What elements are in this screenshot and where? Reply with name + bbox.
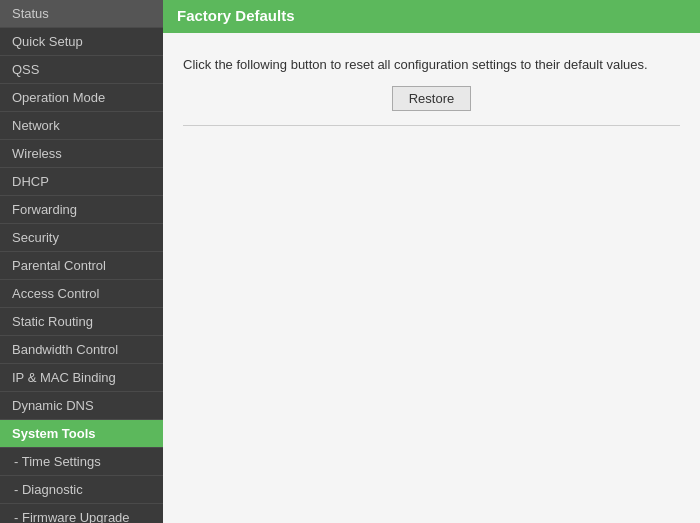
sidebar-item-operation-mode[interactable]: Operation Mode bbox=[0, 84, 163, 112]
description-text: Click the following button to reset all … bbox=[183, 57, 680, 72]
bottom-divider bbox=[183, 125, 680, 126]
sidebar: StatusQuick SetupQSSOperation ModeNetwor… bbox=[0, 0, 163, 523]
sidebar-item-status[interactable]: Status bbox=[0, 0, 163, 28]
sidebar-item-diagnostic[interactable]: - Diagnostic bbox=[0, 476, 163, 504]
sidebar-item-firmware-upgrade[interactable]: - Firmware Upgrade bbox=[0, 504, 163, 523]
sidebar-item-security[interactable]: Security bbox=[0, 224, 163, 252]
main-content: Factory Defaults Click the following but… bbox=[163, 0, 700, 523]
sidebar-item-bandwidth-control[interactable]: Bandwidth Control bbox=[0, 336, 163, 364]
restore-button[interactable]: Restore bbox=[392, 86, 472, 111]
sidebar-item-dynamic-dns[interactable]: Dynamic DNS bbox=[0, 392, 163, 420]
page-title: Factory Defaults bbox=[163, 0, 700, 31]
content-area: Click the following button to reset all … bbox=[163, 43, 700, 140]
sidebar-item-network[interactable]: Network bbox=[0, 112, 163, 140]
sidebar-item-qss[interactable]: QSS bbox=[0, 56, 163, 84]
sidebar-item-wireless[interactable]: Wireless bbox=[0, 140, 163, 168]
sidebar-item-forwarding[interactable]: Forwarding bbox=[0, 196, 163, 224]
top-divider bbox=[163, 31, 700, 33]
sidebar-item-system-tools[interactable]: System Tools bbox=[0, 420, 163, 448]
sidebar-item-access-control[interactable]: Access Control bbox=[0, 280, 163, 308]
sidebar-item-dhcp[interactable]: DHCP bbox=[0, 168, 163, 196]
sidebar-item-static-routing[interactable]: Static Routing bbox=[0, 308, 163, 336]
sidebar-item-time-settings[interactable]: - Time Settings bbox=[0, 448, 163, 476]
sidebar-item-quick-setup[interactable]: Quick Setup bbox=[0, 28, 163, 56]
sidebar-item-parental-control[interactable]: Parental Control bbox=[0, 252, 163, 280]
sidebar-item-ip-mac-binding[interactable]: IP & MAC Binding bbox=[0, 364, 163, 392]
